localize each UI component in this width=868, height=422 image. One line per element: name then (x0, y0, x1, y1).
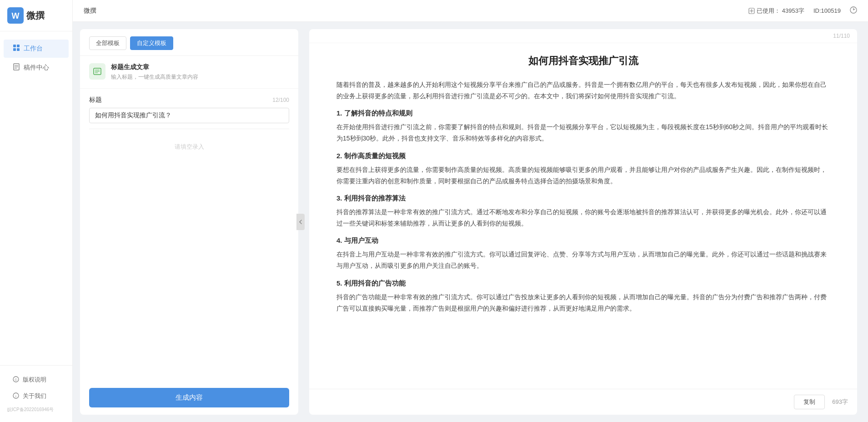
textarea-placeholder-area: 请填空录入 (89, 129, 289, 382)
drafts-icon (13, 63, 20, 72)
page-info: 11/110 (833, 33, 850, 39)
template-desc: 输入标题，一键生成高质量文章内容 (111, 73, 289, 81)
form-label: 标题 (89, 96, 102, 104)
section-content-1: 在开始使用抖音进行推广引流之前，你需要了解抖音的特点和规则。抖音是一个短视频分享… (336, 121, 830, 144)
generate-button[interactable]: 生成内容 (89, 388, 289, 407)
article-header: 11/110 (309, 29, 857, 43)
section-title-2: 2. 制作高质量的短视频 (336, 152, 830, 161)
section-title-1: 1. 了解抖音的特点和规则 (336, 109, 830, 118)
sidebar-item-workbench[interactable]: 工作台 (4, 40, 69, 58)
template-icon (89, 63, 105, 80)
form-section: 标题 12/100 请填空录入 生成内容 (80, 89, 298, 415)
article-footer: 复制 693字 (309, 389, 857, 415)
header: 微撰 已使用： 43953字 ID:100519 (73, 0, 868, 22)
svg-rect-4 (13, 48, 16, 51)
sidebar-item-drafts[interactable]: 稿件中心 (4, 59, 69, 77)
sidebar-item-about-label: 关于我们 (23, 392, 46, 400)
sidebar-item-drafts-label: 稿件中心 (24, 64, 49, 72)
sidebar-item-copyright-label: 版权说明 (23, 376, 46, 384)
article-intro: 随着抖音的普及，越来越多的人开始利用这个短视频分享平台来推广自己的产品或服务。抖… (336, 79, 830, 102)
left-panel: 全部模板 自定义模板 标题生成文章 输入标题，一键生成高质量文章内容 标题 12… (80, 29, 298, 415)
header-usage: 已使用： 43953字 (748, 7, 804, 15)
sidebar-item-about[interactable]: i 关于我们 (4, 388, 69, 404)
logout-icon[interactable] (850, 6, 857, 15)
tab-all[interactable]: 全部模板 (89, 36, 126, 50)
usage-label: 已使用： (757, 7, 780, 15)
title-input[interactable] (89, 108, 289, 123)
section-content-5: 抖音的广告功能是一种非常有效的推广引流方式。你可以通过广告投放来让更多的人看到你… (336, 291, 830, 314)
main: 微撰 已使用： 43953字 ID:100519 全部模板 自定义模板 (73, 0, 868, 422)
sidebar: W 微撰 工作台 稿件中心 © 版权说明 i 关于我们 (0, 0, 73, 422)
section-title-3: 3. 利用抖音的推荐算法 (336, 194, 830, 203)
copyright-icon: © (13, 376, 19, 384)
header-id: ID:100519 (813, 7, 841, 14)
section-title-4: 4. 与用户互动 (336, 236, 830, 245)
sidebar-footer: © 版权说明 i 关于我们 皖ICP备2022016946号 (0, 365, 72, 422)
header-title: 微撰 (84, 7, 96, 15)
article-title: 如何用抖音实现推广引流 (336, 54, 830, 68)
svg-rect-3 (17, 45, 20, 47)
collapse-button[interactable] (296, 214, 305, 230)
logo-icon: W (7, 7, 24, 24)
article-body: 如何用抖音实现推广引流 随着抖音的普及，越来越多的人开始利用这个短视频分享平台来… (309, 43, 857, 389)
sidebar-item-workbench-label: 工作台 (24, 45, 43, 53)
copy-button[interactable]: 复制 (794, 395, 825, 409)
content-area: 全部模板 自定义模板 标题生成文章 输入标题，一键生成高质量文章内容 标题 12… (73, 22, 868, 422)
usage-count: 43953字 (782, 7, 804, 15)
word-count: 693字 (832, 398, 848, 406)
section-title-5: 5. 利用抖音的广告功能 (336, 279, 830, 288)
header-right: 已使用： 43953字 ID:100519 (748, 6, 857, 15)
svg-rect-2 (13, 45, 16, 47)
about-icon: i (13, 392, 19, 400)
workbench-icon (13, 44, 20, 53)
template-name: 标题生成文章 (111, 63, 289, 71)
svg-rect-5 (17, 48, 20, 51)
sidebar-copyright: 皖ICP备2022016946号 (0, 405, 72, 417)
section-content-2: 要想在抖音上获得更多的流量，你需要制作高质量的短视频。高质量的短视频能够吸引更多… (336, 164, 830, 187)
tab-custom[interactable]: 自定义模板 (130, 36, 173, 50)
sidebar-nav: 工作台 稿件中心 (0, 31, 72, 365)
template-tabs: 全部模板 自定义模板 (80, 29, 298, 56)
right-panel: 11/110 如何用抖音实现推广引流 随着抖音的普及，越来越多的人开始利用这个短… (309, 29, 857, 415)
section-content-3: 抖音的推荐算法是一种非常有效的推广引流方式。通过不断地发布和分享自己的短视频，你… (336, 206, 830, 229)
template-info: 标题生成文章 输入标题，一键生成高质量文章内容 (111, 63, 289, 81)
section-content-4: 在抖音上与用户互动是一种非常有效的推广引流方式。你可以通过回复评论、点赞、分享等… (336, 249, 830, 271)
svg-text:i: i (15, 394, 16, 398)
svg-text:W: W (12, 11, 20, 20)
template-card[interactable]: 标题生成文章 输入标题，一键生成高质量文章内容 (80, 56, 298, 89)
form-label-row: 标题 12/100 (89, 96, 289, 104)
logo: W 微撰 (0, 0, 72, 31)
form-counter: 12/100 (272, 97, 289, 103)
sidebar-item-copyright[interactable]: © 版权说明 (4, 372, 69, 387)
svg-text:©: © (15, 378, 17, 381)
usage-icon (748, 8, 755, 14)
textarea-placeholder-text: 请填空录入 (175, 143, 204, 151)
logo-text: 微撰 (26, 10, 45, 22)
